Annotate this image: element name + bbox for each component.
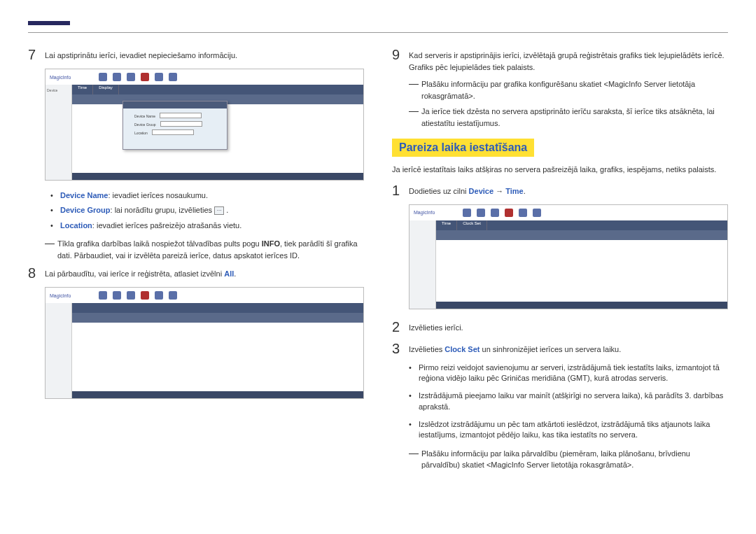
bullet-dot: • [409,391,419,412]
dash-mark: ― [409,106,421,129]
step-1-text: Dodieties uz cilni Device → Time. [409,183,728,197]
screenshot-step8: MagicInfo [45,287,364,399]
left-column: 7 Lai apstiprinātu ierīci, ievadiet nepi… [28,47,364,475]
ss-nav-icon [155,291,163,300]
ss-nav-icon [99,73,107,81]
ss-tab: Display [93,85,119,94]
ss-nav-icon [169,291,177,300]
ss-nav-icon [113,73,121,81]
ss-nav-icon [155,73,163,81]
ss-nav-icon [505,209,513,217]
dash-mark: ― [409,448,421,471]
step-2-text: Izvēlieties ierīci. [409,319,728,334]
ss-tab: Clock Set [457,220,487,230]
bullet-dot: • [50,220,60,231]
device-group-bullet: Device Group: lai norādītu grupu, izvēli… [60,205,228,216]
more-info-note: Plašāku informāciju par grafika konfigur… [421,78,728,101]
info-note: Tīkla grafika darbības laikā nospiežot t… [57,238,364,261]
ss-nav-icon [169,73,177,81]
ss-logo: MagicInfo [50,75,71,80]
step-3-text: Izvēlieties Clock Set un sinhronizējiet … [409,341,728,356]
dash-mark: ― [45,238,57,261]
bullet-dot: • [409,363,419,384]
ss-nav-icon [127,291,135,300]
time-mgmt-note: Plašāku informāciju par laika pārvaldību… [421,448,728,471]
step-9-text: Kad serveris ir apstiprinājis ierīci, iz… [409,47,728,73]
step-number-2: 2 [392,319,409,335]
screenshot-step7: MagicInfo Device Time Display [45,69,364,181]
bullet-dot: • [50,190,60,201]
time-bullet-2: Izstrādājumā pieejamo laiku var mainīt (… [419,391,728,412]
section-heading-time: Pareiza laika iestatīšana [392,139,534,157]
horizontal-divider [28,32,728,33]
ss-nav-icon [113,291,121,300]
bullet-dot: • [409,419,419,441]
device-name-bullet: Device Name: ievadiet ierīces nosaukumu. [60,190,208,201]
delete-note: Ja ierīce tiek dzēsta no servera apstipr… [421,106,728,129]
time-bullet-1: Pirmo reizi veidojot savienojumu ar serv… [419,363,728,384]
ss-nav-icon [141,291,149,300]
ss-logo: MagicInfo [414,210,435,215]
bullet-dot: • [50,205,60,216]
step-7-text: Lai apstiprinātu ierīci, ievadiet nepiec… [45,47,364,62]
ss-nav-icon [463,209,471,217]
ss-tab: Time [72,85,93,94]
step-number-7: 7 [28,47,45,63]
step-number-1: 1 [392,183,409,199]
ss-nav-icon [491,209,499,217]
ss-approval-dialog: Device Name Device Group Location [122,101,227,150]
time-bullet-3: Izslēdzot izstrādājumu un pēc tam atkārt… [419,419,728,441]
screenshot-time: MagicInfo Time Clock Set [409,204,728,309]
step-number-8: 8 [28,265,45,281]
ss-logo: MagicInfo [50,293,71,298]
ss-nav-icon [519,209,527,217]
ss-nav-icon [127,73,135,81]
location-bullet: Location: ievadiet ierīces pašreizējo at… [60,220,241,231]
step-number-9: 9 [392,47,409,63]
ss-nav-icon [533,209,541,217]
ss-nav-icon [141,73,149,81]
ss-tab: Time [436,220,457,230]
ss-nav-icon [99,291,107,300]
step-8-text: Lai pārbaudītu, vai ierīce ir reģistrēta… [45,265,364,280]
time-intro: Ja ierīcē iestatītais laiks atšķiras no … [392,164,728,176]
ss-nav-icon [477,209,485,217]
ss-sidebar [410,220,436,309]
dash-mark: ― [409,78,421,101]
group-picker-icon: ··· [214,206,224,215]
decorative-top-bar [28,21,70,25]
ss-sidebar [46,303,72,398]
step-number-3: 3 [392,341,409,357]
right-column: 9 Kad serveris ir apstiprinājis ierīci, … [392,47,728,475]
ss-sidebar: Device [46,85,72,180]
